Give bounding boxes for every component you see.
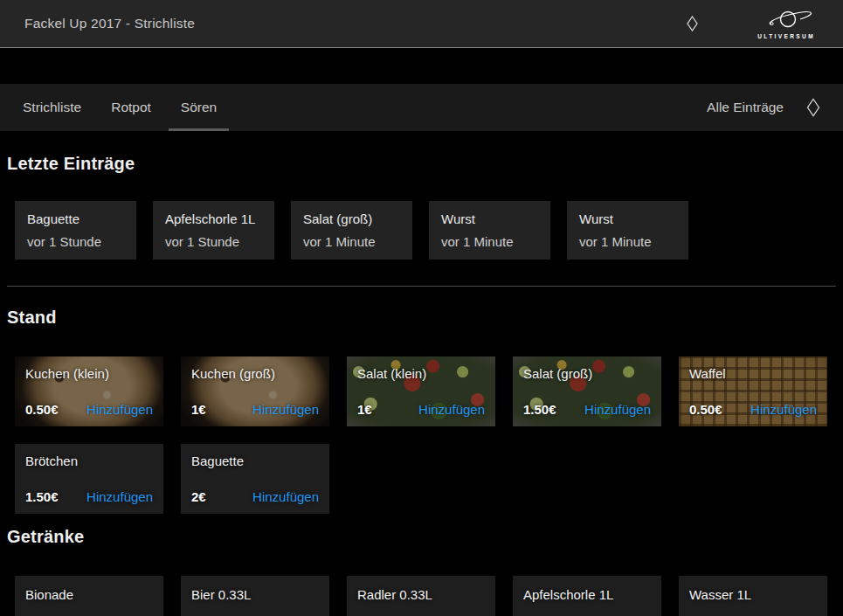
ultiversum-logo: ULTIVERSUM [757, 9, 815, 39]
product-card: Kuchen (groß) 1€ Hinzufügen [181, 356, 329, 426]
recent-entry-name: Wurst [579, 211, 676, 226]
tabbar-right: Alle Einträge [707, 84, 824, 131]
tab-soeren[interactable]: Sören [169, 84, 229, 131]
stand-section-title: Stand [7, 308, 836, 328]
recent-entry-time: vor 1 Minute [579, 234, 676, 249]
product-name: Waffel [689, 366, 817, 381]
recent-section-title: Letzte Einträge [7, 154, 836, 174]
recent-entries-row: Baguette vor 1 Stunde Apfelschorle 1L vo… [15, 201, 836, 260]
product-card: Brötchen 1.50€ Hinzufügen [15, 444, 163, 514]
recent-entry-time: vor 1 Minute [303, 234, 400, 249]
product-name: Apfelschorle 1L [523, 585, 651, 602]
drinks-product-grid: Bionade Bier 0.33L Radler 0.33L Apfelsch… [15, 576, 828, 616]
header-right: ULTIVERSUM [683, 9, 843, 39]
recent-entry-card: Apfelschorle 1L vor 1 Stunde [153, 201, 274, 260]
diamond-icon[interactable] [803, 94, 824, 121]
product-name: Baguette [191, 453, 319, 468]
product-card: Bier 0.33L [181, 576, 329, 616]
add-button[interactable]: Hinzufügen [86, 402, 153, 417]
app-header: Fackel Up 2017 - Strichliste ULTIVERSUM [0, 0, 843, 48]
product-price: 1.50€ [523, 402, 556, 417]
ringed-planet-icon [759, 9, 813, 32]
app-title: Fackel Up 2017 - Strichliste [24, 16, 195, 31]
recent-entry-name: Apfelschorle 1L [165, 211, 262, 226]
add-button[interactable]: Hinzufügen [750, 402, 817, 417]
product-price: 1€ [191, 402, 206, 417]
add-button[interactable]: Hinzufügen [86, 489, 153, 504]
all-entries-button[interactable]: Alle Einträge [707, 100, 784, 115]
drinks-section-title: Getränke [7, 527, 836, 547]
add-button[interactable]: Hinzufügen [584, 402, 651, 417]
section-divider [7, 286, 836, 287]
add-button[interactable]: Hinzufügen [418, 402, 485, 417]
tab-strichliste[interactable]: Strichliste [10, 84, 93, 131]
product-card: Wasser 1L [679, 576, 827, 616]
product-price: 1€ [357, 402, 372, 417]
recent-entry-time: vor 1 Stunde [165, 234, 262, 249]
add-button[interactable]: Hinzufügen [252, 402, 319, 417]
product-name: Radler 0.33L [357, 585, 485, 602]
recent-entry-time: vor 1 Minute [441, 234, 538, 249]
recent-entry-card: Baguette vor 1 Stunde [15, 201, 136, 260]
recent-entry-name: Salat (groß) [303, 211, 400, 226]
recent-entry-card: Salat (groß) vor 1 Minute [291, 201, 412, 260]
product-card: Salat (groß) 1.50€ Hinzufügen [513, 356, 661, 426]
product-card: Salat (klein) 1€ Hinzufügen [347, 356, 495, 426]
product-card: Baguette 2€ Hinzufügen [181, 444, 329, 514]
product-card: Bionade [15, 576, 163, 616]
product-price: 0.50€ [689, 402, 722, 417]
product-name: Bionade [25, 585, 153, 602]
stand-product-grid: Kuchen (klein) 0.50€ Hinzufügen Kuchen (… [15, 356, 828, 514]
tab-rotpot[interactable]: Rotpot [99, 84, 163, 131]
diamond-icon[interactable] [683, 12, 701, 35]
add-button[interactable]: Hinzufügen [252, 489, 319, 504]
product-price: 1.50€ [25, 489, 59, 504]
product-card: Radler 0.33L [347, 576, 495, 616]
main-content: Letzte Einträge Baguette vor 1 Stunde Ap… [0, 154, 843, 616]
recent-entry-card: Wurst vor 1 Minute [429, 201, 550, 260]
product-name: Brötchen [25, 453, 153, 468]
product-name: Kuchen (klein) [25, 366, 153, 381]
product-name: Bier 0.33L [191, 585, 319, 602]
product-name: Kuchen (groß) [191, 366, 319, 381]
recent-entry-time: vor 1 Stunde [27, 234, 124, 249]
product-name: Wasser 1L [689, 585, 817, 602]
product-price: 0.50€ [25, 402, 59, 417]
logo-text: ULTIVERSUM [757, 33, 815, 39]
recent-entry-card: Wurst vor 1 Minute [567, 201, 688, 260]
tab-bar: Strichliste Rotpot Sören Alle Einträge [0, 84, 843, 131]
recent-entry-name: Wurst [441, 211, 538, 226]
product-price: 2€ [191, 489, 206, 504]
product-card: Waffel 0.50€ Hinzufügen [679, 356, 827, 426]
product-name: Salat (groß) [523, 366, 651, 381]
recent-entry-name: Baguette [27, 211, 124, 226]
product-card: Apfelschorle 1L [513, 576, 661, 616]
tabs: Strichliste Rotpot Sören [8, 84, 231, 131]
product-name: Salat (klein) [357, 366, 485, 381]
product-card: Kuchen (klein) 0.50€ Hinzufügen [15, 356, 163, 426]
